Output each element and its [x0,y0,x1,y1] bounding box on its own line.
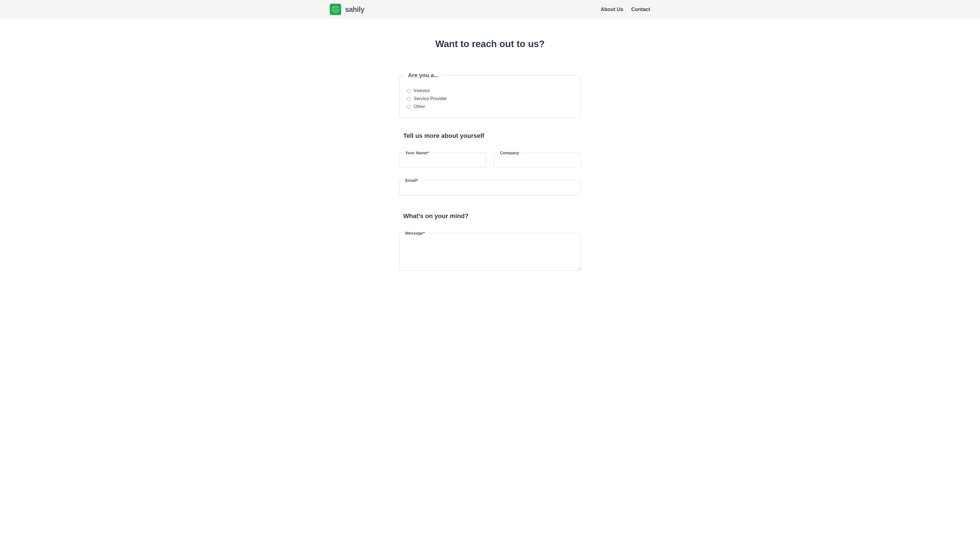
nav-about-us[interactable]: About Us [601,6,623,13]
logo-icon [330,4,341,15]
name-label: Your Name* [402,150,432,155]
email-field-wrapper: Email* [399,178,581,196]
primary-nav: About Us Contact [601,6,650,13]
message-textarea[interactable] [399,236,581,269]
header-container: sahily About Us Contact [318,4,662,15]
radio-circle-icon [407,97,410,101]
name-fieldset: Your Name* [399,150,486,168]
radio-circle-icon [407,89,410,93]
logo-text: sahily [345,5,364,14]
company-field-wrapper: Company [494,150,581,168]
company-input[interactable] [494,155,581,167]
company-fieldset: Company [494,150,581,168]
name-input[interactable] [399,155,486,167]
radio-label: Service Provider [414,96,447,101]
page-title: Want to reach out to us? [399,38,581,49]
email-label: Email* [402,178,421,183]
message-heading: What's on your mind? [403,212,581,220]
logo[interactable]: sahily [330,4,364,15]
nav-contact[interactable]: Contact [631,6,650,13]
form-row-name-company: Your Name* Company [399,150,581,168]
email-fieldset: Email* [399,178,581,196]
radio-option-service-provider[interactable]: Service Provider [407,96,573,101]
site-header: sahily About Us Contact [0,0,980,19]
message-label: Message* [402,231,428,236]
radio-label: Other [414,104,425,109]
message-field-wrapper: Message* [399,231,581,271]
radio-option-other[interactable]: Other [407,104,573,109]
radio-label: Investor [414,88,430,93]
message-fieldset: Message* [399,231,581,271]
radio-group: Investor Service Provider Other [407,88,573,109]
user-type-fieldset: Are you a... Investor Service Provider O… [399,72,581,118]
main-content: Want to reach out to us? Are you a... In… [388,19,592,299]
email-input[interactable] [399,183,581,195]
radio-circle-icon [407,105,410,108]
user-type-legend: Are you a... [405,72,442,78]
about-yourself-heading: Tell us more about yourself [403,132,581,140]
company-label: Company [497,150,522,155]
name-field-wrapper: Your Name* [399,150,486,168]
radio-option-investor[interactable]: Investor [407,88,573,93]
